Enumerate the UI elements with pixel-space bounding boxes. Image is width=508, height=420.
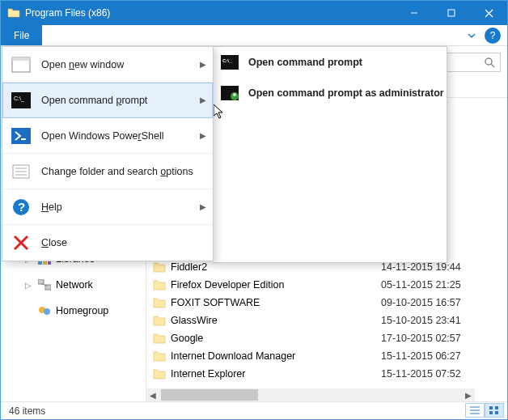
svg-point-22	[233, 93, 236, 96]
cmd-admin-icon	[221, 84, 239, 102]
chevron-right-icon: ▶	[200, 60, 206, 69]
expand-icon[interactable]: ▷	[25, 281, 33, 290]
file-tab[interactable]: File	[1, 25, 42, 45]
table-row[interactable]: Internet Download Manager15-11-2015 06:2…	[146, 347, 507, 365]
file-name: Google	[171, 333, 203, 344]
help-button[interactable]: ?	[485, 28, 501, 44]
file-date: 15-11-2015 07:52	[381, 368, 507, 380]
window-title: Program Files (x86)	[25, 7, 396, 19]
help-icon: ?	[11, 197, 32, 218]
svg-line-34	[491, 64, 494, 67]
icons-view-button[interactable]	[485, 403, 504, 418]
options-icon	[11, 161, 32, 182]
submenu-label: Open command prompt as administrator	[248, 87, 444, 99]
svg-rect-5	[12, 57, 30, 61]
scroll-left-icon[interactable]: ◀	[146, 391, 159, 400]
file-name: FOXIT SOFTWARE	[171, 297, 260, 308]
title-bar: Program Files (x86)	[1, 1, 507, 25]
folder-icon	[7, 6, 20, 19]
ribbon-tabs: File ?	[1, 25, 507, 46]
file-date: 09-10-2015 16:57	[381, 297, 507, 308]
menu-label: Close	[41, 237, 67, 248]
close-icon	[11, 232, 32, 253]
horizontal-scrollbar[interactable]: ◀ ▶	[146, 388, 475, 401]
scroll-thumb[interactable]	[161, 389, 258, 401]
menu-label: Open command prompt	[41, 95, 147, 106]
scroll-right-icon[interactable]: ▶	[462, 391, 475, 400]
menu-close[interactable]: Close	[2, 225, 213, 261]
file-name: Firefox Developer Edition	[171, 279, 284, 291]
table-row[interactable]: FOXIT SOFTWARE09-10-2015 16:57	[146, 294, 507, 312]
chevron-right-icon: ▶	[200, 131, 206, 140]
table-row[interactable]: Google17-10-2015 02:57	[146, 329, 507, 347]
svg-rect-38	[489, 406, 493, 409]
file-submenu: C:\_ Open command prompt Open command pr…	[213, 46, 447, 263]
folder-icon	[153, 297, 166, 308]
nav-label: Network	[56, 279, 93, 291]
svg-point-33	[485, 58, 492, 65]
chevron-right-icon: ▶	[200, 95, 206, 104]
cursor-icon	[214, 104, 226, 121]
folder-icon	[153, 333, 166, 344]
network-icon	[38, 279, 51, 291]
folder-icon	[153, 350, 166, 362]
submenu-open-command-prompt-admin[interactable]: Open command prompt as administrator	[213, 78, 447, 108]
menu-open-new-window[interactable]: Open new window ▶	[2, 47, 213, 83]
folder-icon	[153, 279, 166, 291]
menu-label: Help	[41, 202, 62, 213]
homegroup-icon	[38, 305, 51, 316]
table-row[interactable]: Internet Explorer15-11-2015 07:52	[146, 365, 507, 383]
chevron-right-icon: ▶	[200, 202, 206, 211]
svg-text:?: ?	[18, 200, 25, 214]
nav-label: Homegroup	[56, 305, 108, 316]
table-row[interactable]: GlassWire15-10-2015 23:41	[146, 312, 507, 329]
menu-open-command-prompt[interactable]: C:\_ Open command prompt ▶	[2, 83, 213, 118]
nav-homegroup[interactable]: Homegroup	[1, 302, 146, 320]
menu-label: Change folder and search options	[41, 166, 193, 177]
search-icon	[484, 57, 495, 68]
folder-icon	[153, 315, 166, 326]
svg-rect-40	[489, 411, 493, 414]
svg-rect-1	[448, 10, 455, 16]
file-name: GlassWire	[171, 315, 218, 326]
details-view-button[interactable]	[465, 403, 485, 418]
file-date: 15-11-2015 06:27	[381, 350, 507, 362]
menu-label: Open new window	[41, 59, 124, 70]
file-date: 17-10-2015 02:57	[381, 333, 507, 344]
submenu-label: Open command prompt	[248, 57, 362, 68]
file-date: 05-11-2015 21:25	[381, 279, 507, 291]
submenu-open-command-prompt[interactable]: C:\_ Open command prompt	[213, 47, 447, 78]
menu-open-powershell[interactable]: Open Windows PowerShell ▶	[2, 118, 213, 154]
svg-text:C:\_: C:\_	[222, 58, 232, 63]
folder-icon	[153, 368, 166, 380]
status-bar: 46 items	[1, 401, 507, 419]
svg-rect-39	[495, 406, 498, 409]
file-name: Internet Download Manager	[171, 350, 295, 362]
file-date: 15-10-2015 23:41	[381, 315, 507, 326]
svg-rect-28	[38, 279, 44, 284]
cmd-icon: C:\_	[221, 53, 239, 71]
item-count: 46 items	[9, 405, 45, 417]
ribbon-expand-button[interactable]	[460, 25, 483, 45]
powershell-icon	[11, 125, 32, 146]
cmd-icon: C:\_	[11, 90, 32, 111]
window-icon	[11, 54, 32, 75]
svg-text:C:\_: C:\_	[14, 95, 24, 102]
file-menu: Open new window ▶ C:\_ Open command prom…	[2, 46, 214, 261]
menu-label: Open Windows PowerShell	[41, 130, 163, 142]
table-row[interactable]: Firefox Developer Edition05-11-2015 21:2…	[146, 276, 507, 294]
menu-help[interactable]: ? Help ▶	[2, 189, 213, 225]
menu-change-folder-options[interactable]: Change folder and search options	[2, 154, 213, 189]
minimize-button[interactable]	[396, 1, 433, 25]
file-name: Fiddler2	[171, 261, 207, 273]
svg-point-32	[44, 308, 50, 315]
nav-network[interactable]: ▷ Network	[1, 276, 146, 294]
folder-icon	[153, 261, 166, 273]
maximize-button[interactable]	[433, 1, 470, 25]
file-date: 14-11-2015 19:44	[381, 261, 507, 273]
file-name: Internet Explorer	[171, 368, 245, 380]
close-button[interactable]	[470, 1, 507, 25]
svg-rect-41	[495, 411, 498, 414]
